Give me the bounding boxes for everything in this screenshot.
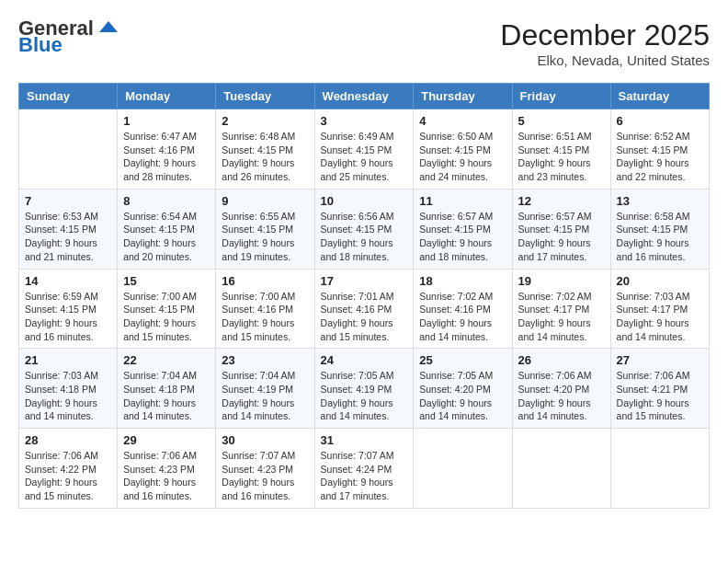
- daylight-text: Daylight: 9 hours and 16 minutes.: [617, 237, 689, 262]
- table-row: 14Sunrise: 6:59 AMSunset: 4:15 PMDayligh…: [19, 269, 118, 349]
- daylight-text: Daylight: 9 hours and 23 minutes.: [518, 157, 591, 182]
- daylight-text: Daylight: 9 hours and 14 minutes.: [321, 397, 393, 422]
- day-number: 19: [518, 274, 605, 288]
- col-thursday: Thursday: [414, 84, 512, 109]
- sunrise-text: Sunrise: 7:00 AM: [222, 291, 295, 302]
- col-monday: Monday: [118, 84, 216, 109]
- sunrise-text: Sunrise: 6:54 AM: [123, 211, 197, 222]
- day-info: Sunrise: 6:51 AMSunset: 4:15 PMDaylight:…: [518, 130, 605, 184]
- logo-blue-text: Blue: [18, 35, 63, 55]
- daylight-text: Daylight: 9 hours and 15 minutes.: [123, 317, 196, 342]
- col-wednesday: Wednesday: [314, 84, 414, 109]
- table-row: 13Sunrise: 6:58 AMSunset: 4:15 PMDayligh…: [610, 189, 709, 269]
- daylight-text: Daylight: 9 hours and 21 minutes.: [25, 237, 97, 262]
- sunset-text: Sunset: 4:15 PM: [25, 224, 97, 235]
- sunset-text: Sunset: 4:16 PM: [222, 304, 293, 315]
- day-number: 1: [123, 114, 210, 128]
- daylight-text: Daylight: 9 hours and 14 minutes.: [123, 397, 196, 422]
- day-number: 29: [123, 433, 210, 447]
- day-number: 6: [617, 114, 703, 128]
- day-info: Sunrise: 7:07 AMSunset: 4:23 PMDaylight:…: [222, 449, 308, 503]
- day-info: Sunrise: 6:55 AMSunset: 4:15 PMDaylight:…: [222, 210, 308, 264]
- sunrise-text: Sunrise: 7:06 AM: [518, 370, 592, 381]
- table-row: 3Sunrise: 6:49 AMSunset: 4:15 PMDaylight…: [314, 109, 414, 190]
- day-number: 27: [617, 353, 703, 367]
- day-number: 28: [25, 433, 111, 447]
- daylight-text: Daylight: 9 hours and 22 minutes.: [617, 157, 689, 182]
- day-info: Sunrise: 6:52 AMSunset: 4:15 PMDaylight:…: [617, 130, 703, 184]
- sunrise-text: Sunrise: 7:02 AM: [518, 291, 592, 302]
- day-info: Sunrise: 6:50 AMSunset: 4:15 PMDaylight:…: [419, 130, 506, 184]
- day-number: 25: [419, 353, 506, 367]
- daylight-text: Daylight: 9 hours and 20 minutes.: [123, 237, 196, 262]
- day-info: Sunrise: 6:57 AMSunset: 4:15 PMDaylight:…: [419, 210, 506, 264]
- table-row: 12Sunrise: 6:57 AMSunset: 4:15 PMDayligh…: [512, 189, 610, 269]
- table-row: 2Sunrise: 6:48 AMSunset: 4:15 PMDaylight…: [216, 109, 314, 190]
- day-number: 31: [321, 433, 408, 447]
- day-info: Sunrise: 7:02 AMSunset: 4:16 PMDaylight:…: [419, 290, 506, 344]
- table-row: 23Sunrise: 7:04 AMSunset: 4:19 PMDayligh…: [216, 349, 314, 429]
- daylight-text: Daylight: 9 hours and 16 minutes.: [25, 317, 97, 342]
- sunset-text: Sunset: 4:21 PM: [617, 384, 688, 395]
- daylight-text: Daylight: 9 hours and 24 minutes.: [419, 157, 492, 182]
- daylight-text: Daylight: 9 hours and 17 minutes.: [518, 237, 591, 262]
- sunset-text: Sunset: 4:15 PM: [222, 224, 293, 235]
- table-row: 18Sunrise: 7:02 AMSunset: 4:16 PMDayligh…: [414, 269, 512, 349]
- sunset-text: Sunset: 4:17 PM: [518, 304, 590, 315]
- day-number: 26: [518, 353, 605, 367]
- sunset-text: Sunset: 4:15 PM: [123, 304, 195, 315]
- main-title: December 2025: [500, 18, 710, 52]
- daylight-text: Daylight: 9 hours and 17 minutes.: [321, 477, 393, 501]
- sunrise-text: Sunrise: 6:59 AM: [25, 291, 98, 302]
- sunset-text: Sunset: 4:16 PM: [123, 144, 195, 155]
- day-info: Sunrise: 6:56 AMSunset: 4:15 PMDaylight:…: [321, 210, 408, 264]
- sunrise-text: Sunrise: 6:48 AM: [222, 131, 295, 142]
- day-info: Sunrise: 7:06 AMSunset: 4:20 PMDaylight:…: [518, 369, 605, 423]
- sunset-text: Sunset: 4:23 PM: [222, 464, 293, 475]
- table-row: [414, 429, 512, 509]
- day-info: Sunrise: 7:03 AMSunset: 4:18 PMDaylight:…: [25, 369, 111, 423]
- day-info: Sunrise: 6:47 AMSunset: 4:16 PMDaylight:…: [123, 130, 210, 184]
- sunrise-text: Sunrise: 6:51 AM: [518, 131, 592, 142]
- sunset-text: Sunset: 4:15 PM: [25, 304, 97, 315]
- sunset-text: Sunset: 4:15 PM: [419, 224, 491, 235]
- daylight-text: Daylight: 9 hours and 16 minutes.: [222, 477, 294, 501]
- sunrise-text: Sunrise: 7:04 AM: [222, 370, 295, 381]
- table-row: 22Sunrise: 7:04 AMSunset: 4:18 PMDayligh…: [118, 349, 216, 429]
- sunrise-text: Sunrise: 7:06 AM: [25, 450, 98, 461]
- calendar-header-row: Sunday Monday Tuesday Wednesday Thursday…: [19, 84, 710, 109]
- table-row: [19, 109, 118, 190]
- col-tuesday: Tuesday: [216, 84, 314, 109]
- day-info: Sunrise: 7:04 AMSunset: 4:18 PMDaylight:…: [123, 369, 210, 423]
- day-number: 22: [123, 353, 210, 367]
- day-number: 11: [419, 194, 506, 208]
- day-number: 12: [518, 194, 605, 208]
- col-friday: Friday: [512, 84, 610, 109]
- table-row: 16Sunrise: 7:00 AMSunset: 4:16 PMDayligh…: [216, 269, 314, 349]
- day-info: Sunrise: 6:49 AMSunset: 4:15 PMDaylight:…: [321, 130, 408, 184]
- sunrise-text: Sunrise: 6:52 AM: [617, 131, 690, 142]
- table-row: 24Sunrise: 7:05 AMSunset: 4:19 PMDayligh…: [314, 349, 414, 429]
- daylight-text: Daylight: 9 hours and 16 minutes.: [123, 477, 196, 501]
- day-number: 7: [25, 194, 111, 208]
- day-number: 30: [222, 433, 308, 447]
- day-info: Sunrise: 7:04 AMSunset: 4:19 PMDaylight:…: [222, 369, 308, 423]
- svg-marker-0: [99, 21, 118, 32]
- daylight-text: Daylight: 9 hours and 18 minutes.: [419, 237, 492, 262]
- day-number: 4: [419, 114, 506, 128]
- logo: General Blue: [18, 18, 121, 55]
- day-number: 18: [419, 274, 506, 288]
- table-row: 31Sunrise: 7:07 AMSunset: 4:24 PMDayligh…: [314, 429, 414, 509]
- sunrise-text: Sunrise: 6:53 AM: [25, 211, 98, 222]
- sunset-text: Sunset: 4:20 PM: [518, 384, 590, 395]
- daylight-text: Daylight: 9 hours and 14 minutes.: [419, 317, 492, 342]
- table-row: [610, 429, 709, 509]
- sunrise-text: Sunrise: 6:57 AM: [518, 211, 592, 222]
- sunset-text: Sunset: 4:16 PM: [419, 304, 491, 315]
- sunrise-text: Sunrise: 6:56 AM: [321, 211, 394, 222]
- table-row: 10Sunrise: 6:56 AMSunset: 4:15 PMDayligh…: [314, 189, 414, 269]
- daylight-text: Daylight: 9 hours and 14 minutes.: [419, 397, 492, 422]
- col-sunday: Sunday: [19, 84, 118, 109]
- sunrise-text: Sunrise: 7:01 AM: [321, 291, 394, 302]
- sunset-text: Sunset: 4:15 PM: [617, 224, 688, 235]
